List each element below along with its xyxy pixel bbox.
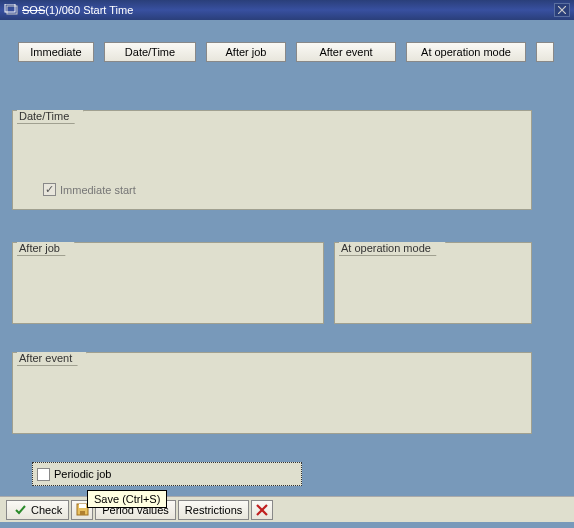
window-title: SOS(1)/060 Start Time	[22, 4, 552, 16]
periodic-job-label: Periodic job	[54, 468, 111, 480]
close-window-button[interactable]	[554, 3, 570, 17]
checkbox-icon	[37, 468, 50, 481]
svg-rect-6	[80, 511, 85, 515]
restrictions-button[interactable]: Restrictions	[178, 500, 249, 520]
after-job-group: After job	[12, 242, 324, 324]
after-event-button[interactable]: After event	[296, 42, 396, 62]
date-time-group: Date/Time Immediate start	[12, 110, 532, 210]
at-operation-mode-group: At operation mode	[334, 242, 532, 324]
more-button[interactable]	[536, 42, 554, 62]
check-button[interactable]: Check	[6, 500, 69, 520]
cancel-button[interactable]	[251, 500, 273, 520]
immediate-start-checkbox: Immediate start	[43, 183, 136, 196]
save-tooltip: Save (Ctrl+S)	[87, 490, 167, 508]
date-time-group-label: Date/Time	[17, 110, 84, 124]
check-icon	[13, 503, 27, 517]
dialog-body: Immediate Date/Time After job After even…	[0, 20, 574, 508]
after-job-group-label: After job	[17, 242, 75, 256]
title-bar: SOS(1)/060 Start Time	[0, 0, 574, 20]
cancel-icon	[255, 503, 269, 517]
at-operation-mode-group-label: At operation mode	[339, 242, 446, 256]
check-button-label: Check	[31, 504, 62, 516]
system-menu-icon[interactable]	[4, 3, 18, 17]
immediate-button[interactable]: Immediate	[18, 42, 94, 62]
start-condition-buttons: Immediate Date/Time After job After even…	[0, 20, 574, 76]
after-event-group-label: After event	[17, 352, 87, 366]
after-job-button[interactable]: After job	[206, 42, 286, 62]
at-operation-mode-button[interactable]: At operation mode	[406, 42, 526, 62]
checkbox-icon	[43, 183, 56, 196]
svg-rect-5	[79, 504, 86, 508]
periodic-job-row: Periodic job	[32, 462, 302, 486]
after-event-group: After event	[12, 352, 532, 434]
date-time-button[interactable]: Date/Time	[104, 42, 196, 62]
immediate-start-label: Immediate start	[60, 184, 136, 196]
periodic-job-checkbox[interactable]: Periodic job	[37, 468, 111, 481]
